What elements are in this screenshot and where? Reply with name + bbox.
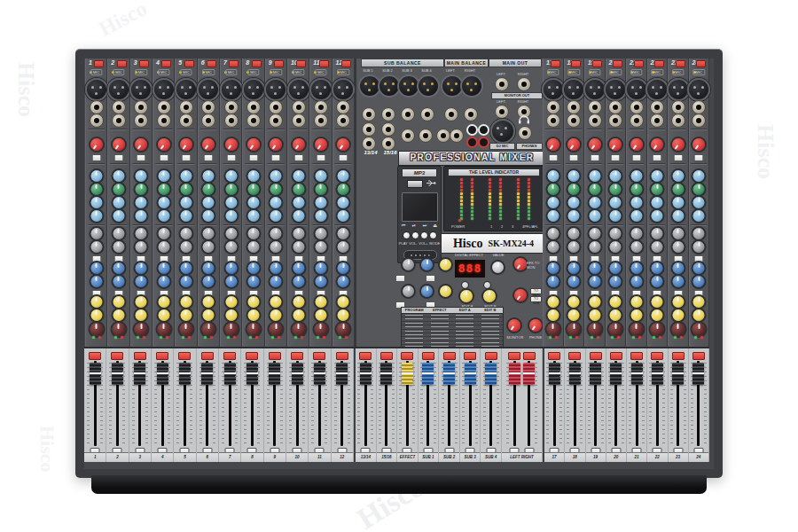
mute-button[interactable] xyxy=(313,352,325,360)
mute-button[interactable] xyxy=(134,352,146,360)
efx2-knob[interactable] xyxy=(693,309,705,321)
efx2-knob[interactable] xyxy=(270,309,282,321)
lowcut-switch[interactable] xyxy=(113,154,123,161)
aux4-knob[interactable] xyxy=(225,276,237,287)
gain-knob[interactable] xyxy=(589,138,601,151)
pad-button[interactable] xyxy=(139,60,149,67)
eq-mid-freq-knob[interactable] xyxy=(315,197,326,208)
aux3-knob[interactable] xyxy=(225,262,237,274)
lowcut-switch[interactable] xyxy=(271,154,281,161)
eq-mid-knob[interactable] xyxy=(652,184,663,195)
efx1-knob[interactable] xyxy=(338,296,349,308)
aux3-knob[interactable] xyxy=(672,262,684,274)
eq-mid-knob[interactable] xyxy=(293,184,304,195)
lowcut-switch[interactable] xyxy=(548,154,558,161)
st-aux-knob[interactable] xyxy=(403,259,414,270)
st-aux-knob[interactable] xyxy=(403,286,414,297)
aux2-knob[interactable] xyxy=(589,241,600,253)
aux2-knob[interactable] xyxy=(315,241,326,253)
mute-button[interactable] xyxy=(422,352,434,360)
pan-knob[interactable] xyxy=(202,323,215,336)
eq-mid-knob[interactable] xyxy=(630,184,642,195)
gain-knob[interactable] xyxy=(672,138,685,151)
fader-handle[interactable] xyxy=(672,363,684,385)
play-button[interactable] xyxy=(403,231,411,239)
pan-knob[interactable] xyxy=(337,323,350,336)
fader-handle[interactable] xyxy=(485,363,497,385)
efx2-knob[interactable] xyxy=(158,309,169,321)
efx2-knob[interactable] xyxy=(113,309,124,321)
aux2-knob[interactable] xyxy=(136,241,147,253)
pad-button[interactable] xyxy=(117,60,127,67)
efx-to-mon-knob[interactable] xyxy=(514,258,527,270)
gain-knob[interactable] xyxy=(293,138,305,151)
efx2-knob[interactable] xyxy=(672,309,684,321)
gain-knob[interactable] xyxy=(337,138,349,151)
efx2-knob[interactable] xyxy=(315,309,326,321)
next-icon[interactable]: ⏭ xyxy=(422,223,426,229)
aux-switch[interactable] xyxy=(673,255,683,262)
aux4-knob[interactable] xyxy=(203,276,215,287)
lowcut-switch[interactable] xyxy=(316,154,325,161)
fader-handle[interactable] xyxy=(314,363,325,385)
aux4-knob[interactable] xyxy=(589,276,600,287)
aux2-knob[interactable] xyxy=(338,241,349,253)
lowcut-switch[interactable] xyxy=(611,154,621,161)
aux4-knob[interactable] xyxy=(293,276,304,287)
aux1-knob[interactable] xyxy=(610,228,622,239)
mute-button[interactable] xyxy=(359,352,372,360)
pan-knob[interactable] xyxy=(179,323,192,336)
eq-mid-freq-knob[interactable] xyxy=(158,197,169,208)
lowcut-switch[interactable] xyxy=(590,154,599,161)
lowcut-switch[interactable] xyxy=(293,154,303,161)
mute-button[interactable] xyxy=(523,352,536,360)
eq-low-knob[interactable] xyxy=(180,210,192,222)
aux4-knob[interactable] xyxy=(652,276,663,287)
pad-button[interactable] xyxy=(207,60,216,67)
mute-button[interactable] xyxy=(201,352,214,360)
aux1-knob[interactable] xyxy=(90,228,102,239)
gain-knob[interactable] xyxy=(135,138,147,151)
aux3-knob[interactable] xyxy=(547,262,559,274)
eq-low-knob[interactable] xyxy=(547,210,559,222)
eq-mid-knob[interactable] xyxy=(672,184,684,195)
efx1-knob[interactable] xyxy=(293,296,304,308)
eq-mid-knob[interactable] xyxy=(90,184,102,195)
eq-mid-knob[interactable] xyxy=(693,184,705,195)
mute-button[interactable] xyxy=(692,352,705,360)
eq-mid-freq-knob[interactable] xyxy=(547,197,559,208)
aux1-knob[interactable] xyxy=(652,228,663,239)
pad-button[interactable] xyxy=(319,60,329,67)
lowcut-switch[interactable] xyxy=(339,154,348,161)
fader-handle[interactable] xyxy=(292,363,303,385)
eq-mid-knob[interactable] xyxy=(225,184,237,195)
st-efx-knob[interactable] xyxy=(440,259,451,270)
pan-knob[interactable] xyxy=(671,323,685,336)
eq-mid-freq-knob[interactable] xyxy=(338,197,349,208)
aux4-knob[interactable] xyxy=(547,276,559,287)
gain-knob[interactable] xyxy=(202,138,215,151)
aux1-knob[interactable] xyxy=(158,228,169,239)
lowcut-switch[interactable] xyxy=(631,154,641,161)
aux-switch[interactable] xyxy=(113,255,123,262)
efx1-knob[interactable] xyxy=(589,296,600,308)
mute-button[interactable] xyxy=(548,352,560,360)
mute-button[interactable] xyxy=(89,352,101,360)
aux3-knob[interactable] xyxy=(113,262,124,274)
mode-button[interactable] xyxy=(429,231,437,239)
efx1-knob[interactable] xyxy=(568,296,580,308)
pad-button[interactable] xyxy=(696,60,706,67)
pan-knob[interactable] xyxy=(567,323,581,336)
aux4-knob[interactable] xyxy=(693,276,705,287)
efx2-knob[interactable] xyxy=(589,309,600,321)
eq-high-knob[interactable] xyxy=(247,170,259,182)
fader-handle[interactable] xyxy=(443,363,455,385)
gain-knob[interactable] xyxy=(651,138,663,151)
aux-switch[interactable] xyxy=(204,255,214,262)
aux4-knob[interactable] xyxy=(113,276,124,287)
eq-high-knob[interactable] xyxy=(568,170,580,182)
efx1-knob[interactable] xyxy=(610,296,622,308)
aux4-knob[interactable] xyxy=(158,276,169,287)
lowcut-switch[interactable] xyxy=(159,154,168,161)
fader-handle[interactable] xyxy=(134,363,145,385)
